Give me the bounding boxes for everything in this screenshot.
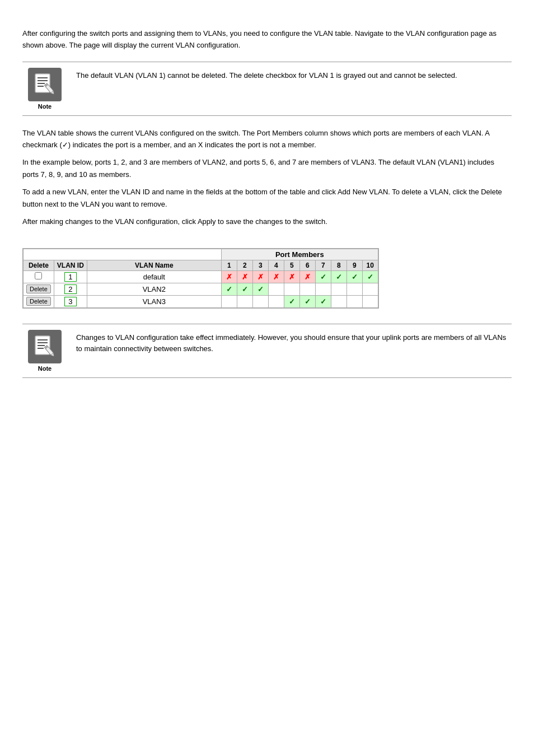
note-content-2: Changes to VLAN configuration take effec… — [76, 330, 512, 372]
vlan-table-wrapper: Port Members Delete VLAN ID VLAN Name 1 … — [22, 248, 379, 309]
delete-button-2[interactable]: Delete — [26, 297, 51, 306]
port-cell-0-3[interactable]: ✗ — [268, 270, 284, 283]
note-label-1: Note — [38, 103, 51, 110]
port-cell-1-8[interactable] — [346, 283, 362, 295]
note-label-2: Note — [38, 365, 51, 372]
col-header-delete: Delete — [24, 260, 54, 270]
port-cell-2-5[interactable]: ✓ — [299, 295, 315, 307]
port-cell-0-4[interactable]: ✗ — [284, 270, 299, 283]
col-header-port-3: 3 — [252, 260, 268, 270]
delete-checkbox-0[interactable] — [35, 272, 42, 279]
col-header-vlanname: VLAN Name — [87, 260, 221, 270]
port-cell-2-0[interactable] — [221, 295, 237, 307]
note-box-2: Note Changes to VLAN configuration take … — [22, 324, 512, 378]
port-members-header: Port Members — [221, 249, 378, 260]
delete-cell-1[interactable]: Delete — [24, 283, 54, 295]
port-cell-2-7[interactable] — [331, 295, 346, 307]
col-header-port-5: 5 — [284, 260, 299, 270]
port-cell-2-3[interactable] — [268, 295, 284, 307]
port-cell-0-7[interactable]: ✓ — [331, 270, 346, 283]
port-cell-2-6[interactable]: ✓ — [315, 295, 331, 307]
col-header-port-10: 10 — [362, 260, 378, 270]
port-cell-0-6[interactable]: ✓ — [315, 270, 331, 283]
port-cell-1-1[interactable]: ✓ — [237, 283, 252, 295]
port-cell-2-9[interactable] — [362, 295, 378, 307]
port-cell-2-1[interactable] — [237, 295, 252, 307]
port-cell-1-4[interactable] — [284, 283, 299, 295]
note-icon-1: Note — [22, 68, 67, 110]
middle-paragraph-3: To add a new VLAN, enter the VLAN ID and… — [22, 186, 512, 210]
col-header-port-8: 8 — [331, 260, 346, 270]
port-cell-1-3[interactable] — [268, 283, 284, 295]
port-cell-1-5[interactable] — [299, 283, 315, 295]
col-header-port-1: 1 — [221, 260, 237, 270]
delete-button-1[interactable]: Delete — [26, 284, 51, 293]
col-header-port-2: 2 — [237, 260, 252, 270]
middle-paragraph-4: After making changes to the VLAN configu… — [22, 216, 512, 227]
top-paragraph-1: After configuring the switch ports and a… — [22, 28, 512, 52]
vlanname-cell-1: VLAN2 — [87, 283, 221, 295]
vlanid-cell-0: 1 — [54, 270, 87, 283]
delete-cell-0[interactable] — [24, 270, 54, 283]
note-box-1: Note The default VLAN (VLAN 1) cannot be… — [22, 62, 512, 116]
note-content-1: The default VLAN (VLAN 1) cannot be dele… — [76, 68, 512, 110]
note-icon-2: Note — [22, 330, 67, 372]
middle-paragraph-2: In the example below, ports 1, 2, and 3 … — [22, 156, 512, 180]
port-cell-0-8[interactable]: ✓ — [346, 270, 362, 283]
port-cell-2-2[interactable] — [252, 295, 268, 307]
middle-paragraph-1: The VLAN table shows the current VLANs c… — [22, 127, 512, 151]
port-cell-1-6[interactable] — [315, 283, 331, 295]
port-cell-0-1[interactable]: ✗ — [237, 270, 252, 283]
port-cell-0-2[interactable]: ✗ — [252, 270, 268, 283]
note-icon-img-1 — [28, 68, 62, 101]
col-header-port-4: 4 — [268, 260, 284, 270]
top-text-block: After configuring the switch ports and a… — [22, 28, 512, 52]
vlanname-cell-2: VLAN3 — [87, 295, 221, 307]
vlanname-cell-0: default — [87, 270, 221, 283]
port-cell-0-5[interactable]: ✗ — [299, 270, 315, 283]
col-header-port-7: 7 — [315, 260, 331, 270]
port-cell-2-8[interactable] — [346, 295, 362, 307]
col-header-port-9: 9 — [346, 260, 362, 270]
col-header-port-6: 6 — [299, 260, 315, 270]
port-cell-0-9[interactable]: ✓ — [362, 270, 378, 283]
vlanid-cell-2: 3 — [54, 295, 87, 307]
vlanid-cell-1: 2 — [54, 283, 87, 295]
port-cell-1-9[interactable] — [362, 283, 378, 295]
middle-text-block: The VLAN table shows the current VLANs c… — [22, 127, 512, 228]
vlan-table: Port Members Delete VLAN ID VLAN Name 1 … — [23, 249, 378, 308]
port-cell-1-0[interactable]: ✓ — [221, 283, 237, 295]
port-cell-1-2[interactable]: ✓ — [252, 283, 268, 295]
delete-cell-2[interactable]: Delete — [24, 295, 54, 307]
port-cell-2-4[interactable]: ✓ — [284, 295, 299, 307]
note-icon-img-2 — [28, 330, 62, 363]
port-cell-1-7[interactable] — [331, 283, 346, 295]
col-header-vlanid: VLAN ID — [54, 260, 87, 270]
port-cell-0-0[interactable]: ✗ — [221, 270, 237, 283]
